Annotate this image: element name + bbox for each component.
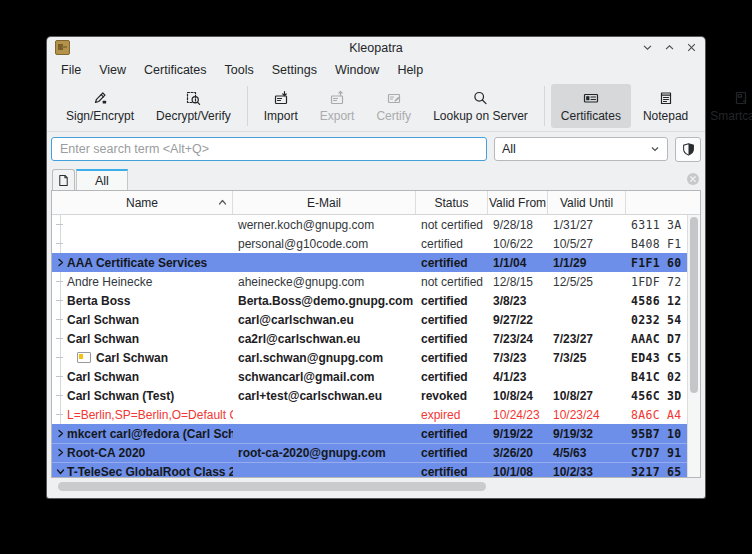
table-row[interactable]: Berta BossBerta.Boss@demo.gnupg.comcerti… — [52, 291, 700, 310]
close-tab-button — [686, 172, 700, 186]
valid-from-cell: 10/8/24 — [488, 389, 548, 403]
column-header-valid-from[interactable]: Valid From — [488, 191, 548, 214]
expander-collapsed-icon[interactable] — [54, 429, 67, 438]
expander-collapsed-icon[interactable] — [54, 448, 67, 457]
table-body: werner.koch@gnupg.comnot certified9/28/1… — [52, 215, 700, 478]
tab-all[interactable]: All — [76, 169, 128, 190]
status-cell: certified — [416, 256, 488, 270]
valid-until-cell: 7/23/27 — [548, 332, 626, 346]
lookup-on-server-button[interactable]: Lookup on Server — [423, 84, 538, 128]
valid-from-cell: 10/6/22 — [488, 237, 548, 251]
name-cell: mkcert carl@fedora (Carl Sch… — [52, 427, 233, 441]
search-input[interactable] — [51, 137, 487, 161]
expander-expanded-icon[interactable] — [54, 467, 67, 476]
table-row[interactable]: Carl Schwanca2rl@carlschwan.eucertified7… — [52, 329, 700, 348]
column-header-name[interactable]: Name — [52, 191, 233, 214]
toolbar-button-label: Lookup on Server — [433, 109, 528, 123]
table-row[interactable]: Carl Schwancarl.schwan@gnupg.comcertifie… — [52, 348, 700, 367]
status-cell: certified — [416, 465, 488, 479]
table-row[interactable]: Carl Schwan (Test)carl+test@carlschwan.e… — [52, 386, 700, 405]
table-row[interactable]: L=Berlin,SP=Berlin,O=Default C…expired10… — [52, 405, 700, 424]
menu-file[interactable]: File — [52, 61, 90, 79]
hierarchical-certificate-list-button[interactable] — [675, 137, 701, 162]
notepad-button[interactable]: Notepad — [633, 84, 698, 128]
toolbar-button-label: Certificates — [561, 109, 621, 123]
certify-button[interactable]: Certify — [366, 84, 421, 128]
titlebar[interactable]: Kleopatra — [47, 37, 705, 58]
status-cell: certified — [416, 332, 488, 346]
name-cell: Andre Heinecke — [52, 272, 233, 291]
tree-branch — [54, 272, 67, 291]
toolbar-button-label: Sign/Encrypt — [66, 109, 134, 123]
column-header-label: Name — [126, 196, 158, 210]
status-cell: not certified — [416, 275, 488, 289]
toolbar-buttons: Sign/EncryptDecrypt/VerifyImportExportCe… — [55, 81, 752, 131]
minimize-button[interactable] — [642, 42, 653, 53]
tree-branch — [54, 405, 67, 424]
expander-collapsed-icon[interactable] — [54, 258, 67, 267]
sign-encrypt-button[interactable]: Sign/Encrypt — [56, 84, 144, 128]
column-header-key-id[interactable] — [626, 191, 700, 214]
name-cell: Carl Schwan — [52, 329, 233, 348]
menu-settings[interactable]: Settings — [263, 61, 326, 79]
export-button[interactable]: Export — [310, 84, 365, 128]
certificate-name: Carl Schwan — [67, 332, 139, 346]
import-icon — [273, 90, 289, 106]
table-row[interactable]: Root-CA 2020root-ca-2020@gnupg.comcertif… — [52, 443, 700, 462]
table-row[interactable]: T-TeleSec GlobalRoot Class 2certified10/… — [52, 462, 700, 478]
menu-tools[interactable]: Tools — [216, 61, 263, 79]
new-tab-button[interactable] — [52, 169, 75, 190]
valid-from-cell: 4/1/23 — [488, 370, 548, 384]
name-cell: AAA Certificate Services — [52, 256, 233, 270]
table-row[interactable]: personal@g10code.comcertified10/6/2210/5… — [52, 234, 700, 253]
table-row[interactable]: Andre Heineckeaheinecke@gnupg.comnot cer… — [52, 272, 700, 291]
search-bar: All — [47, 132, 705, 168]
valid-until-cell: 9/19/32 — [548, 427, 626, 441]
certificate-filter-dropdown[interactable]: All — [494, 137, 668, 161]
valid-until-cell: 10/2/33 — [548, 465, 626, 479]
column-header-valid-until[interactable]: Valid Until — [548, 191, 626, 214]
horizontal-scrollbar[interactable] — [54, 479, 698, 494]
menu-help[interactable]: Help — [388, 61, 432, 79]
valid-until-cell: 12/5/25 — [548, 275, 626, 289]
menu-view[interactable]: View — [90, 61, 135, 79]
certificates-button[interactable]: Certificates — [551, 84, 631, 128]
toolbar-button-label: Certify — [376, 109, 411, 123]
column-header-status[interactable]: Status — [416, 191, 488, 214]
import-button[interactable]: Import — [254, 84, 308, 128]
column-header-label: Valid Until — [560, 196, 613, 210]
column-header-e-mail[interactable]: E-Mail — [233, 191, 416, 214]
smartcards-button[interactable]: Smartcards — [700, 84, 752, 128]
certificate-name: Andre Heinecke — [67, 275, 152, 289]
certificates-icon — [583, 90, 599, 106]
table-row[interactable]: mkcert carl@fedora (Carl Sch…certified9/… — [52, 424, 700, 443]
certificate-table: NameE-MailStatusValid FromValid Until we… — [51, 190, 701, 478]
decrypt-verify-button[interactable]: Decrypt/Verify — [146, 84, 241, 128]
menu-certificates[interactable]: Certificates — [135, 61, 216, 79]
valid-from-cell: 3/8/23 — [488, 294, 548, 308]
table-row[interactable]: werner.koch@gnupg.comnot certified9/28/1… — [52, 215, 700, 234]
valid-from-cell: 9/27/22 — [488, 313, 548, 327]
horizontal-scrollbar-thumb[interactable] — [58, 482, 486, 491]
valid-from-cell: 9/19/22 — [488, 427, 548, 441]
maximize-button[interactable] — [664, 42, 675, 53]
certificate-name: AAA Certificate Services — [67, 256, 207, 270]
close-circle-icon — [686, 172, 700, 186]
notepad-icon — [658, 90, 674, 106]
chevron-down-icon — [650, 144, 660, 154]
table-row[interactable]: Carl Schwancarl@carlschwan.eucertified9/… — [52, 310, 700, 329]
vertical-scrollbar-thumb[interactable] — [690, 217, 698, 393]
certify-icon — [386, 90, 402, 106]
tree-branch — [54, 234, 67, 253]
chevron-down-icon — [642, 42, 653, 53]
shield-icon — [681, 142, 696, 157]
menu-window[interactable]: Window — [326, 61, 388, 79]
tab-bar: All — [47, 168, 705, 190]
vertical-scrollbar[interactable] — [687, 215, 700, 477]
valid-until-cell: 1/31/27 — [548, 218, 626, 232]
certificate-name: Carl Schwan — [96, 351, 168, 365]
table-row[interactable]: Carl Schwanschwancarl@gmail.comcertified… — [52, 367, 700, 386]
table-row[interactable]: AAA Certificate Servicescertified1/1/041… — [52, 253, 700, 272]
close-button[interactable] — [686, 42, 697, 53]
window-controls — [642, 42, 697, 53]
